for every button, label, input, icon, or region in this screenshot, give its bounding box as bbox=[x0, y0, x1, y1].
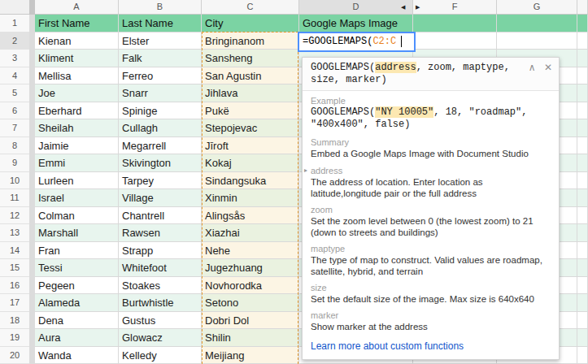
cell-A1[interactable]: First Name bbox=[35, 15, 119, 32]
cell-C20[interactable]: Meijiang bbox=[202, 347, 299, 364]
cell-H5[interactable] bbox=[577, 84, 588, 102]
row-header-4[interactable]: 4 bbox=[0, 67, 29, 85]
cell-H16[interactable] bbox=[577, 277, 588, 295]
cell-C7[interactable]: Stepojevac bbox=[202, 119, 299, 137]
cell-C19[interactable]: Shilin bbox=[202, 329, 299, 347]
cell-C4[interactable]: San Agustin bbox=[202, 67, 299, 85]
cell-D1[interactable]: Google Maps Image bbox=[299, 15, 413, 32]
cell-A8[interactable]: Jaimie bbox=[35, 137, 119, 155]
cell-C8[interactable]: Jīroft bbox=[202, 137, 299, 155]
cell-H7[interactable] bbox=[577, 119, 588, 137]
cell-B2[interactable]: Elster bbox=[119, 32, 202, 50]
cell-F2[interactable] bbox=[413, 32, 497, 50]
cell-H1[interactable] bbox=[577, 15, 588, 32]
cell-A3[interactable]: Kliment bbox=[35, 50, 119, 67]
cell-B10[interactable]: Tarpey bbox=[119, 172, 202, 190]
cell-C9[interactable]: Kokaj bbox=[202, 154, 299, 172]
cell-A17[interactable]: Alameda bbox=[35, 294, 119, 312]
row-header-3[interactable]: 3 bbox=[0, 50, 29, 67]
cell-B11[interactable]: Village bbox=[119, 189, 202, 207]
cell-H12[interactable] bbox=[577, 207, 588, 225]
cell-A13[interactable]: Marshall bbox=[35, 224, 119, 242]
learn-more-link[interactable]: Learn more about custom functions bbox=[311, 340, 464, 352]
cell-A12[interactable]: Colman bbox=[35, 207, 119, 225]
cell-B15[interactable]: Whitefoot bbox=[119, 259, 202, 277]
cell-H9[interactable] bbox=[577, 154, 588, 172]
cell-B3[interactable]: Falk bbox=[119, 50, 202, 67]
cell-B5[interactable]: Snarr bbox=[119, 84, 202, 102]
cell-H6[interactable] bbox=[577, 102, 588, 120]
cell-H4[interactable] bbox=[577, 67, 588, 85]
cell-C6[interactable]: Pukë bbox=[202, 102, 299, 120]
cell-H8[interactable] bbox=[577, 137, 588, 155]
cell-A20[interactable]: Wanda bbox=[35, 347, 119, 364]
cell-C1[interactable]: City bbox=[202, 15, 299, 32]
unhide-column-left-icon[interactable]: ◀ bbox=[401, 0, 405, 15]
column-header-D[interactable]: D bbox=[299, 0, 413, 15]
cell-C3[interactable]: Sansheng bbox=[202, 50, 299, 67]
column-header-B[interactable]: B bbox=[119, 0, 202, 15]
column-header-A[interactable]: A bbox=[35, 0, 119, 15]
cell-H14[interactable] bbox=[577, 242, 588, 260]
cell-A7[interactable]: Sheilah bbox=[35, 119, 119, 137]
cell-C17[interactable]: Setono bbox=[202, 294, 299, 312]
unhide-column-right-icon[interactable]: ▶ bbox=[416, 0, 420, 15]
row-header-20[interactable]: 20 bbox=[0, 347, 29, 364]
cell-C16[interactable]: Novhorodka bbox=[202, 277, 299, 295]
cell-C12[interactable]: Alingsås bbox=[202, 207, 299, 225]
cell-H20[interactable] bbox=[577, 347, 588, 364]
cell-B16[interactable]: Stoakes bbox=[119, 277, 202, 295]
cell-B8[interactable]: Megarrell bbox=[119, 137, 202, 155]
row-header-12[interactable]: 12 bbox=[0, 207, 29, 225]
cell-B20[interactable]: Kelledy bbox=[119, 347, 202, 364]
cell-H10[interactable] bbox=[577, 172, 588, 190]
cell-G2[interactable] bbox=[497, 32, 577, 50]
row-header-15[interactable]: 15 bbox=[0, 259, 29, 277]
cell-B14[interactable]: Strapp bbox=[119, 242, 202, 260]
cell-A2[interactable]: Kienan bbox=[35, 32, 119, 50]
cell-C13[interactable]: Xiazhai bbox=[202, 224, 299, 242]
column-header-C[interactable]: C bbox=[202, 0, 299, 15]
row-header-2[interactable]: 2 bbox=[0, 32, 29, 50]
cell-A9[interactable]: Emmi bbox=[35, 154, 119, 172]
row-header-19[interactable]: 19 bbox=[0, 329, 29, 347]
cell-C5[interactable]: Jihlava bbox=[202, 84, 299, 102]
cell-G1[interactable] bbox=[497, 15, 577, 32]
cell-C10[interactable]: Sindangsuka bbox=[202, 172, 299, 190]
cell-F1[interactable] bbox=[413, 15, 497, 32]
cell-B4[interactable]: Ferreo bbox=[119, 67, 202, 85]
cell-H19[interactable] bbox=[577, 329, 588, 347]
cell-H13[interactable] bbox=[577, 224, 588, 242]
row-header-11[interactable]: 11 bbox=[0, 189, 29, 207]
row-header-5[interactable]: 5 bbox=[0, 84, 29, 102]
cell-A6[interactable]: Eberhard bbox=[35, 102, 119, 120]
row-header-14[interactable]: 14 bbox=[0, 242, 29, 260]
row-header-17[interactable]: 17 bbox=[0, 294, 29, 312]
cell-B19[interactable]: Glowacz bbox=[119, 329, 202, 347]
cell-A10[interactable]: Lurleen bbox=[35, 172, 119, 190]
cell-A18[interactable]: Dena bbox=[35, 312, 119, 330]
row-header-7[interactable]: 7 bbox=[0, 119, 29, 137]
cell-C14[interactable]: Nehe bbox=[202, 242, 299, 260]
column-header-F[interactable]: F bbox=[413, 0, 497, 15]
cell-B13[interactable]: Rawsen bbox=[119, 224, 202, 242]
row-header-10[interactable]: 10 bbox=[0, 172, 29, 190]
cell-A4[interactable]: Mellisa bbox=[35, 67, 119, 85]
cell-H18[interactable] bbox=[577, 312, 588, 330]
formula-cell-editor[interactable]: =GOOGLEMAPS(C2:C bbox=[298, 32, 416, 52]
cell-A14[interactable]: Fran bbox=[35, 242, 119, 260]
cell-H2[interactable] bbox=[577, 32, 588, 50]
cell-C18[interactable]: Dobri Dol bbox=[202, 312, 299, 330]
cell-H17[interactable] bbox=[577, 294, 588, 312]
cell-B18[interactable]: Gustus bbox=[119, 312, 202, 330]
select-all-corner[interactable] bbox=[0, 0, 29, 15]
cell-C15[interactable]: Jugezhuang bbox=[202, 259, 299, 277]
cell-B17[interactable]: Burtwhistle bbox=[119, 294, 202, 312]
cell-B12[interactable]: Chantrell bbox=[119, 207, 202, 225]
cell-H11[interactable] bbox=[577, 189, 588, 207]
column-header-G[interactable]: G bbox=[497, 0, 577, 15]
close-icon[interactable]: ✕ bbox=[544, 62, 552, 73]
cell-B7[interactable]: Cullagh bbox=[119, 119, 202, 137]
cell-B9[interactable]: Skivington bbox=[119, 154, 202, 172]
row-header-16[interactable]: 16 bbox=[0, 277, 29, 295]
